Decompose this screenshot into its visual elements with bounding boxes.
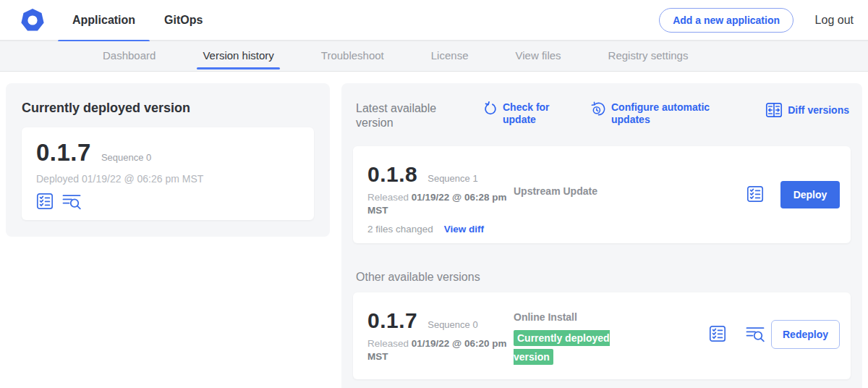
available-updates-panel: Latest available version Check for updat… (341, 83, 862, 388)
latest-version-number: 0.1.8 (367, 162, 417, 187)
deployed-date-text: Deployed 01/19/22 @ 06:26 pm MST (36, 173, 299, 185)
redeploy-button[interactable]: Redeploy (771, 320, 840, 349)
currently-deployed-badge: Currently deployed version (514, 330, 610, 365)
app-logo-icon (20, 8, 45, 33)
configure-automatic-updates-label: Configure automatic updates (611, 101, 714, 126)
deployed-panel-title: Currently deployed version (22, 101, 314, 116)
updates-panel-title: Latest available version (356, 101, 448, 130)
currently-deployed-panel: Currently deployed version 0.1.7 Sequenc… (6, 83, 330, 237)
release-notes-icon[interactable] (709, 325, 726, 342)
tab-license[interactable]: License (425, 41, 475, 71)
diff-versions-label: Diff versions (788, 104, 849, 117)
tab-dashboard[interactable]: Dashboard (97, 41, 161, 71)
released-label: Released (367, 192, 409, 203)
currently-deployed-badge-wrap: Currently deployed version (514, 329, 616, 366)
other-versions-heading: Other available versions (356, 271, 851, 284)
release-notes-icon[interactable] (36, 193, 54, 210)
tab-registry-settings[interactable]: Registry settings (603, 41, 694, 71)
deployed-sequence-label: Sequence 0 (101, 152, 151, 163)
deploy-button[interactable]: Deploy (780, 181, 840, 208)
view-diff-link[interactable]: View diff (444, 224, 484, 235)
release-notes-icon[interactable] (746, 185, 764, 203)
other-version-card: 0.1.7 Sequence 0 Released 01/19/22 @ 06:… (353, 292, 851, 379)
files-changed-text: 2 files changed (367, 224, 433, 235)
top-nav: Application GitOps Add a new application… (0, 0, 868, 41)
check-for-update-button[interactable]: Check for update (483, 101, 555, 126)
other-released-text: Released 01/19/22 @ 06:20 pm MST (367, 337, 516, 363)
tab-version-history[interactable]: Version history (197, 41, 279, 71)
tab-troubleshoot[interactable]: Troubleshoot (315, 41, 390, 71)
updates-header: Latest available version Check for updat… (353, 101, 851, 130)
deployed-version-number: 0.1.7 (36, 139, 91, 166)
check-for-update-label: Check for update (503, 101, 555, 126)
tab-gitops[interactable]: GitOps (150, 0, 217, 41)
other-version-number: 0.1.7 (367, 308, 417, 333)
primary-tabs: Application GitOps (58, 0, 217, 41)
deployed-version-card: 0.1.7 Sequence 0 Deployed 01/19/22 @ 06:… (22, 127, 314, 220)
latest-released-text: Released 01/19/22 @ 06:28 pm MST (367, 191, 516, 217)
view-logs-icon[interactable] (746, 325, 765, 342)
tab-application[interactable]: Application (58, 0, 150, 41)
logout-button[interactable]: Log out (811, 0, 858, 40)
clock-refresh-icon (591, 101, 606, 117)
app-window: Application GitOps Add a new application… (0, 0, 868, 388)
add-application-button[interactable]: Add a new application (659, 8, 793, 33)
app-sub-nav: Dashboard Version history Troubleshoot L… (0, 41, 868, 72)
other-version-source: Online Install (514, 311, 577, 323)
released-label: Released (367, 338, 409, 349)
latest-version-source: Upstream Update (514, 185, 597, 197)
diff-versions-button[interactable]: Diff versions (765, 101, 849, 119)
other-sequence-label: Sequence 0 (427, 319, 477, 330)
diff-versions-icon (765, 101, 783, 119)
latest-version-card: 0.1.8 Sequence 1 Released 01/19/22 @ 06:… (353, 146, 851, 243)
configure-automatic-updates-button[interactable]: Configure automatic updates (591, 101, 714, 126)
latest-sequence-label: Sequence 1 (427, 173, 477, 184)
tab-view-files[interactable]: View files (509, 41, 566, 71)
refresh-icon (483, 101, 498, 116)
view-logs-icon[interactable] (62, 193, 81, 210)
